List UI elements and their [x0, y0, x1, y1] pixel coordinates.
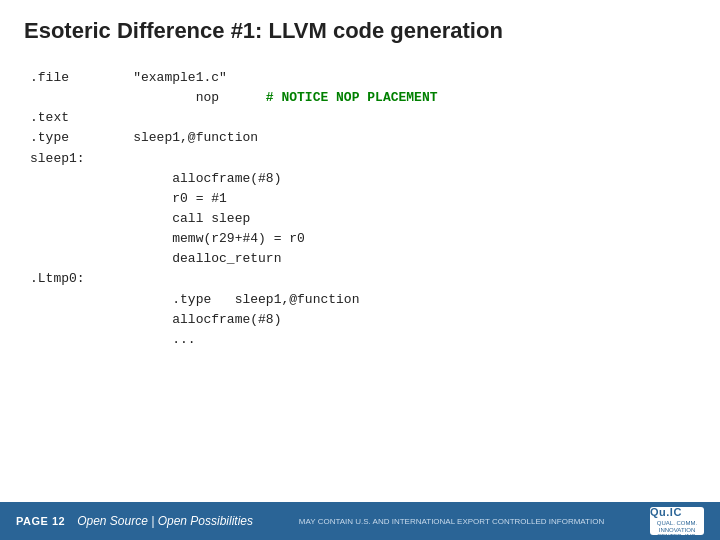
code-line-10: dealloc_return — [30, 249, 690, 269]
code-block: .file "example1.c" nop # NOTICE NOP PLAC… — [30, 68, 690, 350]
slide: Esoteric Difference #1: LLVM code genera… — [0, 0, 720, 540]
code-line-11: .Ltmp0: — [30, 269, 690, 289]
slide-header: Esoteric Difference #1: LLVM code genera… — [0, 0, 720, 54]
code-line-12: .type sleep1,@function — [30, 290, 690, 310]
footer-tagline: Open Source | Open Possibilities — [77, 514, 253, 528]
footer-disclaimer: MAY CONTAIN U.S. AND INTERNATIONAL EXPOR… — [263, 517, 640, 526]
code-line-4: .type sleep1,@function — [30, 128, 690, 148]
footer-left: PAGE 12 Open Source | Open Possibilities — [16, 514, 253, 528]
code-line-9: memw(r29+#4) = r0 — [30, 229, 690, 249]
slide-title: Esoteric Difference #1: LLVM code genera… — [24, 18, 696, 44]
logo-sub: QUAL. COMM. INNOVATION CENTER, INC. — [650, 520, 704, 540]
code-content: .file "example1.c" nop # NOTICE NOP PLAC… — [0, 54, 720, 502]
code-line-2: nop # NOTICE NOP PLACEMENT — [30, 88, 690, 108]
code-line-7: r0 = #1 — [30, 189, 690, 209]
page-number: PAGE 12 — [16, 515, 65, 527]
footer-logo: Qu.IC QUAL. COMM. INNOVATION CENTER, INC… — [650, 507, 704, 535]
code-line-8: call sleep — [30, 209, 690, 229]
logo-box: Qu.IC QUAL. COMM. INNOVATION CENTER, INC… — [650, 507, 704, 535]
code-line-1: .file "example1.c" — [30, 68, 690, 88]
logo-content: Qu.IC QUAL. COMM. INNOVATION CENTER, INC… — [650, 502, 704, 540]
code-line-5: sleep1: — [30, 149, 690, 169]
code-comment: # NOTICE NOP PLACEMENT — [266, 90, 438, 105]
code-line-13: allocframe(#8) — [30, 310, 690, 330]
slide-footer: PAGE 12 Open Source | Open Possibilities… — [0, 502, 720, 540]
code-line-14: ... — [30, 330, 690, 350]
logo-text: Qu.IC — [650, 506, 682, 518]
code-line-3: .text — [30, 108, 690, 128]
code-line-6: allocframe(#8) — [30, 169, 690, 189]
